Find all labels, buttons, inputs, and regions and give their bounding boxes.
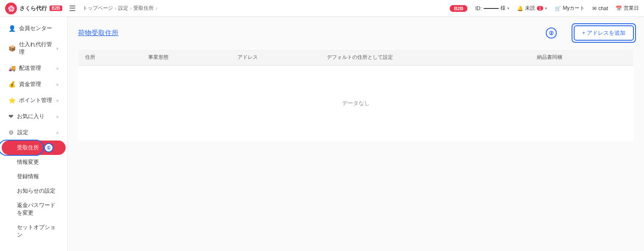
- id-suffix: 様: [500, 5, 506, 12]
- sidebar-item-label: 設定: [17, 129, 53, 136]
- col-default: デフォルトの住所として設定: [320, 50, 530, 66]
- header-right: B2B ID: 様 ▾ 🔔 未読 1 ▾ 🛒 Myカート ✉ chat 📅 営業…: [450, 5, 639, 12]
- cart-label: Myカート: [563, 5, 585, 12]
- business-label: 営業日: [624, 5, 639, 12]
- sidebar-item-label: 資金管理: [19, 80, 53, 88]
- sidebar-item-points[interactable]: ⭐ ポイント管理 ∨: [2, 92, 66, 108]
- header-id: ID: 様 ▾: [475, 5, 509, 12]
- settings-chevron-icon: ∧: [56, 130, 59, 135]
- svg-text:🌸: 🌸: [8, 5, 15, 12]
- points-icon: ⭐: [8, 97, 16, 104]
- table-empty-row: データなし: [78, 66, 634, 141]
- header-business[interactable]: 📅 営業日: [616, 5, 639, 12]
- delivery-icon: 🚚: [8, 65, 16, 72]
- content-header: 荷物受取住所 ② + アドレスを追加: [78, 25, 634, 41]
- purchasing-chevron-icon: ∨: [56, 46, 59, 51]
- sidebar-item-label: 会員センター: [19, 25, 59, 32]
- hamburger-button[interactable]: ☰: [67, 2, 77, 15]
- favorites-icon: ❤: [8, 113, 14, 120]
- empty-message: データなし: [78, 66, 634, 141]
- sidebar-item-label: 配送管理: [19, 64, 53, 72]
- cart-icon: 🛒: [555, 6, 561, 11]
- col-address-field: アドレス: [231, 50, 320, 66]
- col-address: 住所: [78, 50, 141, 66]
- subitem-address-label: 受取住所: [17, 144, 39, 151]
- bell-label: 未読: [525, 5, 535, 12]
- subitem-refund-label: 返金パスワードを変更: [17, 202, 55, 216]
- breadcrumb-sep-3: ›: [155, 6, 157, 11]
- bell-icon: 🔔: [517, 6, 523, 11]
- chat-icon: ✉: [592, 6, 597, 11]
- sidebar-item-label: お気に入り: [17, 113, 53, 120]
- sidebar-subitem-refund-password[interactable]: 返金パスワードを変更: [2, 198, 66, 220]
- header-cart[interactable]: 🛒 Myカート: [555, 5, 585, 12]
- breadcrumb-sep-2: ›: [130, 6, 132, 11]
- logo-text: さくら代行: [19, 5, 47, 12]
- member-center-icon: 👤: [8, 25, 16, 32]
- finance-icon: 💰: [8, 81, 16, 88]
- sidebar-subitem-profile[interactable]: 情報変更: [2, 155, 66, 169]
- subitem-profile-label: 情報変更: [17, 159, 39, 165]
- finance-chevron-icon: ∨: [56, 82, 59, 87]
- main-layout: 👤 会員センター 📦 仕入れ代行管理 ∨ 🚚 配送管理 ∨ 💰 資金管理 ∨ ⭐…: [0, 17, 644, 251]
- add-address-btn-container: + アドレスを追加: [574, 25, 634, 41]
- delivery-chevron-icon: ∨: [56, 66, 59, 71]
- sidebar-subitem-notifications[interactable]: お知らせの設定: [2, 184, 66, 198]
- bell-chevron-icon: ▾: [545, 6, 547, 11]
- breadcrumb-sep-1: ›: [115, 6, 116, 11]
- col-business-type: 事業形態: [141, 50, 231, 66]
- page-title[interactable]: 荷物受取住所: [78, 29, 119, 38]
- favorites-chevron-icon: ∨: [56, 114, 59, 119]
- b2b-toggle-button[interactable]: B2B: [450, 5, 467, 12]
- sidebar-item-label: ポイント管理: [19, 97, 53, 104]
- data-table: 住所 事業形態 アドレス デフォルトの住所として設定 納品書同梱 データなし: [78, 49, 634, 141]
- sidebar: 👤 会員センター 📦 仕入れ代行管理 ∨ 🚚 配送管理 ∨ 💰 資金管理 ∨ ⭐…: [0, 17, 68, 251]
- header-bell[interactable]: 🔔 未読 1 ▾: [517, 5, 547, 12]
- points-chevron-icon: ∨: [56, 98, 59, 103]
- top-header: 🌸 さくら代行 B2B ☰ トップページ › 設定 › 受取住所 › B2B I…: [0, 0, 644, 17]
- sidebar-item-finance[interactable]: 💰 資金管理 ∨: [2, 76, 66, 92]
- subitem-registration-label: 登録情報: [17, 173, 39, 179]
- chat-label: chat: [598, 6, 608, 11]
- sidebar-item-purchasing[interactable]: 📦 仕入れ代行管理 ∨: [2, 36, 66, 60]
- sidebar-item-delivery[interactable]: 🚚 配送管理 ∨: [2, 60, 66, 76]
- sidebar-item-label: 仕入れ代行管理: [19, 41, 53, 56]
- header-chat[interactable]: ✉ chat: [592, 6, 608, 11]
- table-header-row: 住所 事業形態 アドレス デフォルトの住所として設定 納品書同梱: [78, 50, 634, 66]
- id-chevron-icon[interactable]: ▾: [507, 6, 509, 11]
- sidebar-subitem-address[interactable]: 受取住所: [2, 141, 66, 155]
- annotation-number-2: ②: [546, 28, 557, 39]
- b2b-logo-badge: B2B: [50, 6, 62, 11]
- purchasing-icon: 📦: [8, 45, 16, 52]
- breadcrumb: トップページ › 設定 › 受取住所 ›: [83, 5, 445, 12]
- breadcrumb-settings[interactable]: 設定: [118, 5, 128, 12]
- logo-icon: 🌸: [5, 3, 17, 14]
- sidebar-active-wrapper: 受取住所 ①: [0, 141, 67, 155]
- add-address-button[interactable]: + アドレスを追加: [574, 25, 634, 41]
- subitem-set-options-label: セットオプション: [17, 224, 55, 238]
- breadcrumb-home[interactable]: トップページ: [83, 5, 113, 12]
- sidebar-subitem-set-options[interactable]: セットオプション: [2, 220, 66, 242]
- subitem-notifications-label: お知らせの設定: [17, 188, 55, 194]
- sidebar-subitem-registration[interactable]: 登録情報: [2, 169, 66, 184]
- sidebar-item-member-center[interactable]: 👤 会員センター: [2, 20, 66, 36]
- settings-icon: ⚙: [8, 129, 14, 136]
- header-right-actions: ② + アドレスを追加: [546, 25, 634, 41]
- logo-area: 🌸 さくら代行 B2B: [5, 3, 62, 14]
- id-masked: [484, 8, 499, 9]
- breadcrumb-address[interactable]: 受取住所: [133, 5, 154, 12]
- id-label: ID:: [475, 6, 481, 11]
- sidebar-item-favorites[interactable]: ❤ お気に入り ∨: [2, 108, 66, 124]
- sidebar-item-settings[interactable]: ⚙ 設定 ∧: [2, 124, 66, 141]
- col-invoice: 納品書同梱: [530, 50, 633, 66]
- main-content: 荷物受取住所 ② + アドレスを追加 住所 事業形態 アドレス デフォル: [68, 17, 644, 251]
- business-icon: 📅: [616, 6, 622, 11]
- bell-count-badge: 1: [537, 6, 544, 11]
